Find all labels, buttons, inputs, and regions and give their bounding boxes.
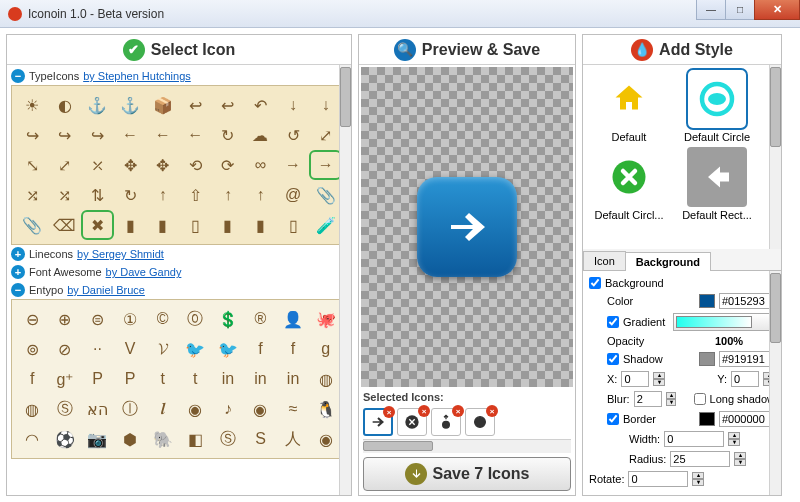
battery-high-icon[interactable]: ▮ <box>146 210 179 240</box>
forward-icon[interactable]: ↪ <box>81 120 114 150</box>
minus-circle-icon[interactable]: ⊖ <box>16 304 49 334</box>
maximize-button[interactable]: □ <box>725 0 755 20</box>
arrow-left-alt-icon[interactable]: ↶ <box>244 90 277 120</box>
instagram-icon[interactable]: 📷 <box>81 424 114 454</box>
twitter-alt-icon[interactable]: 🐦 <box>212 334 245 364</box>
iconset-author-link[interactable]: by Stephen Hutchings <box>83 70 191 82</box>
equals-circle-icon[interactable]: ⊜ <box>81 304 114 334</box>
github-icon[interactable]: 🐙 <box>309 304 342 334</box>
dribbble-icon[interactable]: ◍ <box>16 394 49 424</box>
loop-alt-icon[interactable]: ↻ <box>212 120 245 150</box>
sort-icon[interactable]: ⇅ <box>81 180 114 210</box>
border-color-input[interactable] <box>719 411 775 427</box>
googleplus-icon[interactable]: g⁺ <box>49 364 82 394</box>
save-button[interactable]: Save 7 Icons <box>363 457 571 491</box>
maximise-icon[interactable]: ⤢ <box>309 120 342 150</box>
selected-hscroll[interactable] <box>363 439 571 453</box>
pinterest-circle-icon[interactable]: P <box>81 364 114 394</box>
battery-charge-icon[interactable]: ▮ <box>244 210 277 240</box>
soccer-icon[interactable]: ⚽ <box>49 424 82 454</box>
attachment-icon[interactable]: 📎 <box>309 180 342 210</box>
repeat-icon[interactable]: ⟲ <box>179 150 212 180</box>
iconset-author-link[interactable]: by Dave Gandy <box>106 266 182 278</box>
skype-icon[interactable]: S <box>244 424 277 454</box>
repeat-outline-icon[interactable]: ⟳ <box>212 150 245 180</box>
border-checkbox[interactable] <box>607 413 619 425</box>
style-default-circle-filled[interactable]: Default Circl... <box>587 147 671 221</box>
arrow-left-icon[interactable]: ← <box>114 120 147 150</box>
rotate-spinner[interactable]: ▴▾ <box>692 472 704 486</box>
vimeo-icon[interactable]: V <box>114 334 147 364</box>
delete-icon[interactable]: ✖ <box>81 210 114 240</box>
radius-input[interactable] <box>670 451 730 467</box>
shuffle-outline-icon[interactable]: ⤮ <box>16 180 49 210</box>
x-spinner[interactable]: ▴▾ <box>653 372 665 386</box>
lastfm-circle-icon[interactable]: ⓛ <box>114 394 147 424</box>
linkedin-icon[interactable]: in <box>244 364 277 394</box>
iconset-linecons-header[interactable]: + Linecons by Sergey Shmidt <box>11 245 347 263</box>
scrollbar[interactable] <box>769 65 781 249</box>
qq-icon[interactable]: 🐧 <box>309 394 342 424</box>
battery-full-icon[interactable]: ▮ <box>114 210 147 240</box>
rdio-circle-icon[interactable]: ◉ <box>179 394 212 424</box>
stumbleupon-circle-icon[interactable]: Ⓢ <box>49 394 82 424</box>
flattr-icon[interactable]: ◧ <box>179 424 212 454</box>
arrow-back-icon[interactable]: ↩ <box>179 90 212 120</box>
battery-empty-icon[interactable]: ▯ <box>277 210 310 240</box>
gradient-dropdown[interactable]: ▾ <box>673 313 777 331</box>
user-circle-icon[interactable]: 👤 <box>277 304 310 334</box>
long-shadow-checkbox[interactable] <box>694 393 706 405</box>
anchor-icon[interactable]: ⚓ <box>114 90 147 120</box>
expand-icon[interactable]: + <box>11 265 25 279</box>
arrow-up-icon[interactable]: ↑ <box>146 180 179 210</box>
background-checkbox[interactable] <box>589 277 601 289</box>
rdio-icon[interactable]: ♪ <box>212 394 245 424</box>
move-outline-icon[interactable]: ✥ <box>146 150 179 180</box>
registered-icon[interactable]: ® <box>244 304 277 334</box>
shadow-checkbox[interactable] <box>607 353 619 365</box>
brightness-icon[interactable]: ☀ <box>16 90 49 120</box>
selected-icon-4[interactable]: × <box>465 408 495 436</box>
iconset-entypo-header[interactable]: − Entypo by Daniel Bruce <box>11 281 347 299</box>
arrow-left3-icon[interactable]: ← <box>179 120 212 150</box>
gradient-checkbox[interactable] <box>607 316 619 328</box>
remove-icon[interactable]: × <box>486 405 498 417</box>
infinity-icon[interactable]: ∞ <box>244 150 277 180</box>
width-input[interactable] <box>664 431 724 447</box>
shadow-color-input[interactable] <box>719 351 775 367</box>
tumblr-icon[interactable]: t <box>146 364 179 394</box>
y-input[interactable] <box>731 371 759 387</box>
remove-icon[interactable]: × <box>418 405 430 417</box>
scrollbar[interactable] <box>769 271 781 495</box>
style-default-circle[interactable]: Default Circle <box>675 69 759 143</box>
plus-circle-icon[interactable]: ⊕ <box>49 304 82 334</box>
one-circle-icon[interactable]: ① <box>114 304 147 334</box>
color-swatch[interactable] <box>699 294 715 308</box>
arrow-right-icon[interactable]: → <box>309 150 342 180</box>
dropbox-icon[interactable]: ⬢ <box>114 424 147 454</box>
arrow-back-outline-icon[interactable]: ↩ <box>212 90 245 120</box>
x-input[interactable] <box>621 371 649 387</box>
at-icon[interactable]: @ <box>277 180 310 210</box>
evernote-icon[interactable]: 🐘 <box>146 424 179 454</box>
selected-icon-1[interactable]: × <box>363 408 393 436</box>
facebook-icon[interactable]: f <box>16 364 49 394</box>
arrow-left2-icon[interactable]: ← <box>146 120 179 150</box>
remove-icon[interactable]: × <box>383 406 395 418</box>
zero-circle-icon[interactable]: ⓪ <box>179 304 212 334</box>
refresh-icon[interactable]: ↻ <box>114 180 147 210</box>
anchor-alt-icon[interactable]: ⚓ <box>81 90 114 120</box>
expand-icon[interactable]: + <box>11 247 25 261</box>
maximise-outline-icon[interactable]: ⤢ <box>49 150 82 180</box>
move-icon[interactable]: ✥ <box>114 150 147 180</box>
tumblr-alt-icon[interactable]: t <box>179 364 212 394</box>
forward-outline-icon[interactable]: ↪ <box>49 120 82 150</box>
shadow-swatch[interactable] <box>699 352 715 366</box>
tab-icon[interactable]: Icon <box>583 251 626 270</box>
iconset-fontawesome-header[interactable]: + Font Awesome by Dave Gandy <box>11 263 347 281</box>
archive-icon[interactable]: 📦 <box>146 90 179 120</box>
dribbble-circle-icon[interactable]: ◍ <box>309 364 342 394</box>
facebook-square-icon[interactable]: f <box>277 334 310 364</box>
selected-icon-3[interactable]: × <box>431 408 461 436</box>
skype-circle-icon[interactable]: Ⓢ <box>212 424 245 454</box>
